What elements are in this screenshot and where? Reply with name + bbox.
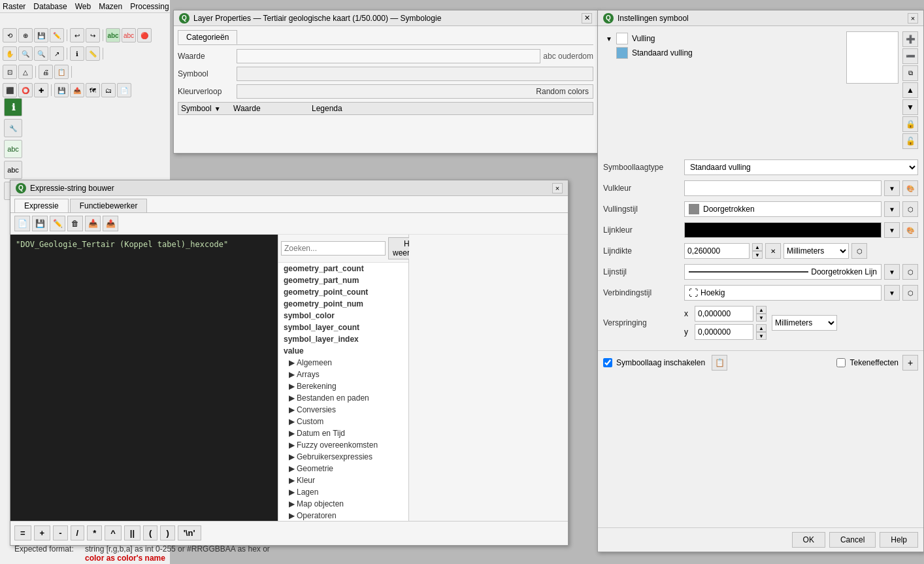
- sym-verspringing-y-input[interactable]: [695, 324, 753, 340]
- sym-verspringing-unit-drop[interactable]: Millimeters: [772, 315, 837, 331]
- op-concat[interactable]: ||: [124, 525, 140, 540]
- tb-btn-4[interactable]: ✏️: [50, 28, 64, 42]
- menu-mazen[interactable]: Mazen: [99, 2, 122, 11]
- op-minus[interactable]: -: [53, 525, 67, 540]
- cat-geometrie[interactable]: ▶Geometrie: [278, 463, 408, 474]
- sym-add-layer-btn[interactable]: ➕: [902, 31, 918, 47]
- tree-child-label[interactable]: Standaard vulling: [632, 48, 693, 58]
- tb-btn-2[interactable]: ⊕: [18, 28, 33, 42]
- sym-up-btn[interactable]: ▲: [902, 82, 918, 98]
- sym-lijndikte-down[interactable]: ▼: [752, 251, 763, 259]
- tab-categories[interactable]: Categorieën: [178, 30, 237, 44]
- tab-expressie[interactable]: Expressie: [14, 199, 69, 212]
- tb-zoomout[interactable]: 🔍: [34, 46, 48, 61]
- expr-save-btn[interactable]: 💾: [32, 216, 48, 231]
- tb-export[interactable]: 📤: [70, 83, 84, 97]
- op-lparen[interactable]: (: [143, 525, 157, 540]
- tb-map[interactable]: 🗺: [86, 83, 100, 97]
- menu-database[interactable]: Database: [33, 2, 67, 11]
- sym-lijndikte-copy-btn[interactable]: ⬡: [851, 243, 867, 259]
- expr-text-area[interactable]: "DOV_Geologie_Tertair (Koppel tabel)_hex…: [10, 235, 278, 521]
- sym-laag-checkbox[interactable]: [603, 358, 612, 367]
- sym-lock-btn[interactable]: 🔒: [902, 116, 918, 132]
- sym-cancel-btn[interactable]: Cancel: [829, 532, 876, 548]
- tb-measure[interactable]: 📏: [86, 46, 100, 61]
- tb-circle[interactable]: ⭕: [18, 83, 33, 97]
- sym-vy-up[interactable]: ▲: [756, 324, 767, 332]
- tb-btn-8[interactable]: abc: [122, 28, 136, 42]
- sym-vulkleur-dropdown-btn[interactable]: ▼: [884, 180, 900, 196]
- op-div[interactable]: /: [71, 525, 85, 540]
- tb-print[interactable]: 🖨: [39, 65, 53, 79]
- expr-titlebar[interactable]: Q Expressie-string bouwer ×: [10, 180, 568, 196]
- sym-ok-btn[interactable]: OK: [792, 532, 825, 548]
- tb-select[interactable]: ↗: [50, 46, 64, 61]
- tb-report[interactable]: 📋: [54, 65, 69, 79]
- sym-paste-btn[interactable]: 📋: [712, 355, 727, 371]
- layer-props-close[interactable]: ✕: [582, 13, 592, 24]
- waarde-input[interactable]: [237, 49, 540, 63]
- menu-processing[interactable]: Processing: [130, 2, 169, 11]
- op-eq[interactable]: =: [14, 525, 31, 540]
- sym-lijndikte-clear-btn[interactable]: ✕: [765, 243, 781, 259]
- sym-lijnstijl-copy-btn[interactable]: ⬡: [902, 264, 918, 280]
- sym-lijnkleur-copy-btn[interactable]: 🎨: [902, 222, 918, 238]
- sym-vullingstijl-copy-btn[interactable]: ⬡: [902, 201, 918, 217]
- expr-new-btn[interactable]: 📄: [14, 216, 30, 231]
- tb-pan[interactable]: ✋: [3, 46, 17, 61]
- tb-info[interactable]: ℹ: [70, 46, 84, 61]
- sym-verspringing-x-input[interactable]: [695, 306, 753, 322]
- sym-down-btn[interactable]: ▼: [902, 99, 918, 115]
- func-geometry-part-num[interactable]: geometry_part_num: [278, 274, 408, 286]
- func-symbol-layer-count[interactable]: symbol_layer_count: [278, 322, 408, 333]
- expr-search-input[interactable]: [281, 241, 386, 256]
- cat-bestanden[interactable]: ▶Bestanden en paden: [278, 392, 408, 404]
- tab-functiebewerker[interactable]: Functiebewerker: [70, 199, 148, 212]
- tb-node[interactable]: ⊡: [3, 65, 17, 79]
- expr-close[interactable]: ×: [552, 183, 563, 193]
- sym-add-effect-btn[interactable]: +: [902, 355, 918, 371]
- sym-vy-down[interactable]: ▼: [756, 332, 767, 340]
- sym-dup-layer-btn[interactable]: ⧉: [902, 65, 918, 81]
- tb-btn-9[interactable]: 🔴: [137, 28, 152, 42]
- layer-props-titlebar[interactable]: Q Layer Properties — Tertiair geologisch…: [174, 10, 597, 26]
- sym-laagtype-dropdown[interactable]: Standaard vulling: [684, 159, 918, 175]
- op-newline[interactable]: '\n': [178, 525, 201, 540]
- tb-atlas[interactable]: 📄: [117, 83, 131, 97]
- sym-lock2-btn[interactable]: 🔓: [902, 133, 918, 149]
- side-btn-info[interactable]: ℹ: [4, 98, 22, 116]
- sym-titlebar[interactable]: Q Instellingen symbool ×: [598, 10, 923, 26]
- sym-lijndikte-input[interactable]: [684, 243, 750, 259]
- sym-vulkleur-copy-btn[interactable]: 🎨: [902, 180, 918, 196]
- sym-verbinding-copy-btn[interactable]: ⬡: [902, 285, 918, 301]
- op-pow[interactable]: ^: [105, 525, 122, 540]
- side-btn-abc2[interactable]: abc: [4, 161, 22, 179]
- sym-vullingstijl-dropdown-btn[interactable]: ▼: [884, 201, 900, 217]
- tb-btn-6[interactable]: ↪: [86, 28, 100, 42]
- cat-map[interactable]: ▶Map objecten: [278, 498, 408, 510]
- op-plus[interactable]: +: [34, 525, 51, 540]
- expr-saveas-btn[interactable]: 📤: [103, 216, 118, 231]
- side-btn-wrench[interactable]: 🔧: [4, 119, 22, 137]
- cat-berekening[interactable]: ▶Berekening: [278, 380, 408, 392]
- tree-root-label[interactable]: Vulling: [632, 34, 655, 43]
- tb-btn-7[interactable]: abc: [106, 28, 120, 42]
- tb-layers[interactable]: 🗂: [101, 83, 116, 97]
- menu-web[interactable]: Web: [75, 2, 91, 11]
- func-symbol-layer-index[interactable]: symbol_layer_index: [278, 333, 408, 345]
- op-mul[interactable]: *: [87, 525, 102, 540]
- sym-vx-down[interactable]: ▼: [756, 314, 767, 322]
- sym-help-btn[interactable]: Help: [880, 532, 918, 548]
- tb-btn-5[interactable]: ↩: [70, 28, 84, 42]
- tb-btn-1[interactable]: ⟲: [3, 28, 17, 42]
- func-symbol-color[interactable]: symbol_color: [278, 310, 408, 322]
- func-geometry-point-num[interactable]: geometry_point_num: [278, 298, 408, 310]
- sym-remove-layer-btn[interactable]: ➖: [902, 48, 918, 64]
- cat-kleur[interactable]: ▶Kleur: [278, 474, 408, 486]
- sym-teken-checkbox[interactable]: [836, 358, 846, 367]
- tb-vertex[interactable]: △: [18, 65, 33, 79]
- menu-raster[interactable]: Raster: [3, 2, 25, 11]
- tb-save2[interactable]: 💾: [54, 83, 69, 97]
- func-geometry-part-count[interactable]: geometry_part_count: [278, 263, 408, 274]
- sym-vx-up[interactable]: ▲: [756, 306, 767, 314]
